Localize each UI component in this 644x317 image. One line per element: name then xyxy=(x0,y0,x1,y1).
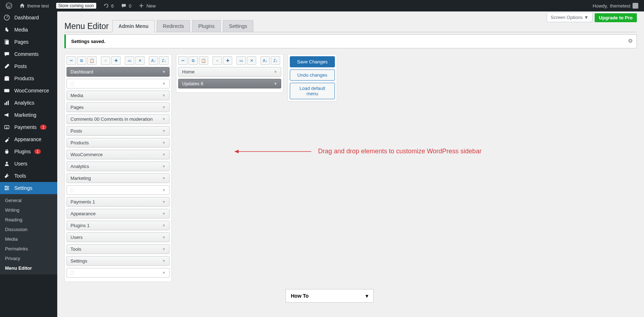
sidebar-item-media[interactable]: Media xyxy=(0,24,57,36)
tab-admin-menu[interactable]: Admin Menu xyxy=(112,20,155,32)
sidebar-item-marketing[interactable]: Marketing xyxy=(0,109,57,121)
del-button[interactable]: ✕ xyxy=(135,56,145,65)
new-link[interactable]: New xyxy=(136,0,158,11)
menu-item-label: Posts xyxy=(70,128,82,134)
del-button[interactable]: ✕ xyxy=(247,56,256,65)
dismiss-notice-button[interactable] xyxy=(628,38,633,43)
sidebar-sub-media[interactable]: Media xyxy=(0,234,57,244)
sidebar-sub-discussion[interactable]: Discussion xyxy=(0,225,57,234)
menu-item-media[interactable]: Media▼ xyxy=(67,91,170,100)
count-badge: 1 xyxy=(40,125,47,130)
sidebar-sub-permalinks[interactable]: Permalinks xyxy=(0,244,57,254)
menu-item-posts[interactable]: Posts▼ xyxy=(67,126,170,136)
screen-options-toggle[interactable]: Screen Options ▼ xyxy=(547,13,592,22)
menu-separator[interactable]: ▼ xyxy=(67,185,170,195)
separator-icon xyxy=(70,82,74,86)
sidebar-item-woocommerce[interactable]: WooCommerce xyxy=(0,85,57,97)
tab-settings[interactable]: Settings xyxy=(223,20,253,32)
account-link[interactable]: Howdy, themetest xyxy=(590,0,641,11)
editor-layout: ✂⧉📋▫✚▭✕A↓Z↓ Dashboard▼▼Media▼Pages▼Comme… xyxy=(64,54,637,282)
hide-button[interactable]: ▭ xyxy=(125,56,134,65)
menu-item-label: Home xyxy=(182,69,195,75)
menu-item-settings[interactable]: Settings▼ xyxy=(67,256,170,266)
sortza-button[interactable]: Z↓ xyxy=(159,56,169,65)
menu-item-label: Settings xyxy=(70,258,87,264)
paste-button[interactable]: 📋 xyxy=(87,56,97,65)
new-button[interactable]: ▫ xyxy=(213,56,222,65)
menu-item-pages[interactable]: Pages▼ xyxy=(67,102,170,112)
sortza-button[interactable]: Z↓ xyxy=(271,56,280,65)
hide-button[interactable]: ▭ xyxy=(236,56,246,65)
comments-link[interactable]: 0 xyxy=(118,0,134,11)
how-to-dropdown[interactable]: How To▾ xyxy=(286,289,374,303)
sidebar-sub-menu-editor[interactable]: Menu Editor xyxy=(0,263,57,273)
menu-item-home[interactable]: Home▼ xyxy=(178,67,281,77)
menu-item-plugins[interactable]: Plugins 1▼ xyxy=(67,221,170,230)
undo-changes-button[interactable]: Undo changes xyxy=(290,69,335,81)
menu-item-comments[interactable]: Comments 00 Comments in moderation▼ xyxy=(67,114,170,124)
menu-item-tools[interactable]: Tools▼ xyxy=(67,244,170,254)
separator-icon xyxy=(70,188,74,192)
upgrade-button[interactable]: Upgrade to Pro xyxy=(595,13,637,22)
chevron-down-icon: ▼ xyxy=(162,212,166,216)
sidebar-sub-writing[interactable]: Writing xyxy=(0,205,57,215)
wp-logo[interactable] xyxy=(3,0,15,11)
svg-rect-4 xyxy=(5,77,9,81)
updates-link[interactable]: 6 xyxy=(101,0,117,11)
count-badge: 1 xyxy=(34,149,41,154)
sidebar-item-analytics[interactable]: Analytics xyxy=(0,97,57,109)
updates-count: 6 xyxy=(111,3,114,9)
sidebar-item-pages[interactable]: Pages xyxy=(0,36,57,48)
sidebar-item-plugins[interactable]: Plugins1 xyxy=(0,145,57,158)
tab-plugins[interactable]: Plugins xyxy=(192,20,221,32)
home-icon xyxy=(19,3,25,9)
menu-item-label: Users xyxy=(70,235,83,240)
sidebar-item-settings[interactable]: Settings xyxy=(0,182,57,194)
cut-button[interactable]: ✂ xyxy=(67,56,76,65)
woocommerce-icon xyxy=(4,87,11,94)
sidebar-item-label: Products xyxy=(14,76,34,81)
menu-item-users[interactable]: Users▼ xyxy=(67,232,170,242)
sortaz-button[interactable]: A↓ xyxy=(149,56,158,65)
new-button[interactable]: ▫ xyxy=(101,56,110,65)
sidebar-item-comments[interactable]: Comments xyxy=(0,48,57,60)
sidebar-item-label: Media xyxy=(14,27,28,33)
copy-button[interactable]: ⧉ xyxy=(77,56,86,65)
menu-item-analytics[interactable]: Analytics▼ xyxy=(67,162,170,171)
save-changes-button[interactable]: Save Changes xyxy=(290,56,335,67)
sidebar-item-posts[interactable]: Posts xyxy=(0,60,57,72)
sidebar-item-dashboard[interactable]: Dashboard xyxy=(0,11,57,24)
menu-item-dashboard[interactable]: Dashboard▼ xyxy=(67,67,170,77)
menu-item-products[interactable]: Products▼ xyxy=(67,138,170,148)
add-button[interactable]: ✚ xyxy=(223,56,232,65)
comments-icon xyxy=(4,51,11,57)
menu-item-updates[interactable]: Updates 6▼ xyxy=(178,79,281,88)
store-status[interactable]: Store coming soon xyxy=(53,0,99,11)
sortaz-button[interactable]: A↓ xyxy=(260,56,270,65)
payments-icon: $ xyxy=(4,124,11,130)
sidebar-item-payments[interactable]: $Payments1 xyxy=(0,121,57,133)
menu-item-label: Appearance xyxy=(70,211,96,216)
tab-redirects[interactable]: Redirects xyxy=(157,20,190,32)
sidebar-item-products[interactable]: Products xyxy=(0,72,57,85)
sidebar-item-tools[interactable]: Tools xyxy=(0,170,57,182)
load-default-button[interactable]: Load default menu xyxy=(290,83,335,99)
menu-separator[interactable]: ▼ xyxy=(67,79,170,88)
cut-button[interactable]: ✂ xyxy=(178,56,187,65)
sidebar-sub-privacy[interactable]: Privacy xyxy=(0,254,57,263)
sidebar-item-label: Appearance xyxy=(14,136,42,142)
menu-item-woocommerce[interactable]: WooCommerce▼ xyxy=(67,150,170,159)
sidebar-sub-general[interactable]: General xyxy=(0,196,57,205)
menu-item-payments[interactable]: Payments 1▼ xyxy=(67,197,170,207)
site-name-link[interactable]: theme test xyxy=(16,0,52,11)
sidebar-item-appearance[interactable]: Appearance xyxy=(0,133,57,145)
paste-button[interactable]: 📋 xyxy=(199,56,208,65)
add-button[interactable]: ✚ xyxy=(111,56,121,65)
sidebar-item-users[interactable]: Users xyxy=(0,158,57,170)
sidebar-sub-reading[interactable]: Reading xyxy=(0,215,57,225)
top-level-panel: ✂⧉📋▫✚▭✕A↓Z↓ Dashboard▼▼Media▼Pages▼Comme… xyxy=(64,54,172,282)
menu-item-appearance[interactable]: Appearance▼ xyxy=(67,209,170,218)
menu-separator[interactable]: ▼ xyxy=(67,268,170,278)
copy-button[interactable]: ⧉ xyxy=(189,56,198,65)
menu-item-marketing[interactable]: Marketing▼ xyxy=(67,173,170,183)
